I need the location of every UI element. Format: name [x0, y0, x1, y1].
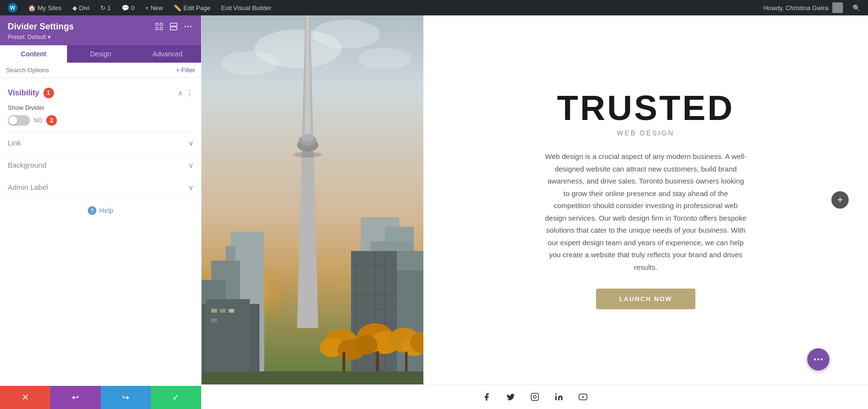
help-label[interactable]: Help	[99, 207, 113, 214]
svg-point-10	[312, 20, 380, 49]
admin-bar-right: Howdy, Christina Gwira 🔍	[760, 2, 864, 13]
svg-rect-2	[156, 27, 158, 30]
my-sites-label: My Sites	[38, 4, 62, 12]
search-input[interactable]	[6, 66, 172, 74]
edit-page-label: Edit Page	[183, 4, 210, 12]
svg-point-12	[358, 48, 411, 69]
visibility-title-text: Visibility	[8, 89, 40, 97]
comment-count: 1	[108, 4, 111, 12]
toggle-container: NO 2	[8, 115, 193, 126]
show-divider-toggle[interactable]	[8, 115, 30, 126]
show-divider-label: Show Divider	[8, 104, 193, 111]
preset-label: Preset: Default ▾	[8, 34, 51, 40]
svg-marker-64	[582, 396, 584, 398]
redo-icon: ↪	[122, 392, 129, 403]
help-icon: ?	[88, 206, 96, 215]
new-item[interactable]: + New	[141, 0, 167, 15]
show-divider-badge: 2	[46, 115, 57, 126]
visibility-badge: 1	[43, 88, 54, 98]
svg-rect-4	[170, 23, 177, 26]
filter-button[interactable]: + Filter	[176, 66, 195, 74]
svg-point-6	[185, 26, 186, 27]
toggle-knob	[9, 116, 17, 125]
linkedin-icon[interactable]	[555, 393, 563, 401]
comments-item[interactable]: ↻ 1	[96, 0, 115, 15]
save-button[interactable]: ✓	[151, 386, 201, 409]
link-chevron-icon: ∨	[189, 139, 193, 147]
my-sites-item[interactable]: 🏠 My Sites	[24, 0, 66, 15]
action-bar: ✕ ↩ ↪ ✓	[0, 386, 201, 409]
layout-icon[interactable]	[168, 21, 179, 32]
page-content: TRUSTED WEB DESIGN Web design is a cruci…	[202, 15, 868, 384]
section-dots-icon[interactable]: ⋮	[186, 89, 193, 98]
cancel-button[interactable]: ✕	[0, 386, 50, 409]
facebook-icon[interactable]	[482, 393, 491, 401]
user-greeting: Howdy, Christina Gwira	[763, 4, 828, 12]
floating-dots-button[interactable]	[807, 348, 829, 370]
svg-point-7	[188, 26, 189, 27]
panel-title-row: Divider Settings	[8, 21, 193, 32]
add-content-button[interactable]: +	[831, 191, 849, 209]
search-bar: + Filter	[0, 63, 201, 78]
youtube-icon[interactable]	[579, 393, 587, 401]
focus-icon[interactable]	[154, 21, 164, 32]
panel-title-text: Divider Settings	[8, 22, 74, 32]
redo-button[interactable]: ↪	[101, 386, 151, 409]
svg-rect-60	[202, 371, 423, 384]
section-controls: ∧ ⋮	[178, 89, 193, 98]
tab-advanced[interactable]: Advanced	[134, 45, 201, 63]
tab-design[interactable]: Design	[67, 45, 134, 63]
help-section: ? Help	[0, 198, 201, 223]
admin-label-section[interactable]: Admin Label ∨	[0, 176, 201, 198]
exit-builder-item[interactable]: Exit Visual Builder	[217, 0, 276, 15]
divi-item[interactable]: ◆ Divi	[68, 0, 94, 15]
undo-button[interactable]: ↩	[50, 386, 100, 409]
wp-logo-item[interactable]: W	[4, 0, 21, 15]
svg-point-63	[556, 394, 557, 395]
background-section[interactable]: Background ∨	[0, 154, 201, 176]
search-admin-icon: 🔍	[853, 4, 860, 12]
skyline-svg	[202, 15, 423, 384]
twitter-icon[interactable]	[506, 393, 515, 401]
link-title: Link	[8, 139, 21, 147]
tab-content[interactable]: Content	[0, 45, 67, 63]
background-title: Background	[8, 161, 46, 169]
new-label: + New	[145, 4, 163, 12]
comment-bubble-item[interactable]: 💬 0	[118, 0, 138, 15]
edit-page-item[interactable]: ✏️ Edit Page	[170, 0, 214, 15]
panel-preset: Preset: Default ▾	[8, 34, 193, 40]
text-column: TRUSTED WEB DESIGN Web design is a cruci…	[423, 15, 868, 384]
svg-rect-34	[220, 309, 226, 313]
search-admin-item[interactable]: 🔍	[849, 4, 864, 12]
content-area: TRUSTED WEB DESIGN Web design is a cruci…	[202, 15, 868, 409]
svg-rect-33	[211, 309, 217, 313]
svg-point-65	[814, 358, 816, 360]
chevron-up-icon[interactable]: ∧	[178, 89, 183, 97]
panel-title-icons	[154, 21, 193, 32]
divi-icon: ◆	[72, 4, 77, 12]
user-greeting-item[interactable]: Howdy, Christina Gwira	[760, 2, 847, 13]
admin-bar: W 🏠 My Sites ◆ Divi ↻ 1 💬 0 + New ✏️ Edi…	[0, 0, 868, 15]
background-chevron-icon: ∨	[189, 161, 193, 169]
svg-point-8	[190, 26, 192, 27]
instagram-icon[interactable]	[530, 393, 539, 401]
svg-point-66	[817, 358, 819, 360]
left-panel: Divider Settings	[0, 15, 202, 409]
svg-rect-5	[170, 27, 177, 30]
visibility-section: Visibility 1 ∧ ⋮ Show Divider NO	[0, 82, 201, 132]
svg-point-53	[353, 335, 378, 355]
svg-rect-0	[156, 23, 158, 26]
panel-content: Visibility 1 ∧ ⋮ Show Divider NO	[0, 78, 201, 386]
more-options-icon[interactable]	[183, 21, 193, 32]
wp-icon: W	[8, 3, 17, 13]
visibility-title: Visibility 1	[8, 88, 54, 98]
link-section[interactable]: Link ∨	[0, 132, 201, 154]
exit-builder-label: Exit Visual Builder	[221, 4, 272, 12]
comment-bubble-count: 0	[131, 4, 135, 12]
panel-header: Divider Settings	[0, 15, 201, 45]
visibility-header[interactable]: Visibility 1 ∧ ⋮	[8, 88, 193, 98]
svg-rect-35	[229, 309, 234, 313]
launch-button[interactable]: LAUNCH NOW	[596, 289, 695, 309]
svg-rect-36	[211, 318, 217, 322]
filter-label: + Filter	[176, 66, 195, 74]
